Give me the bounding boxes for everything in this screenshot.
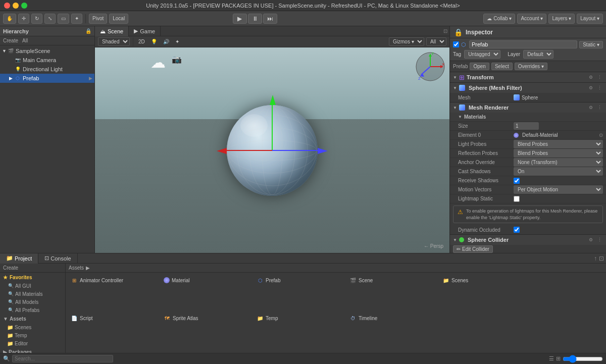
dynamic-occluded-checkbox[interactable] [514, 227, 520, 233]
favorites-header[interactable]: ★ Favorites [0, 273, 65, 282]
bottom-search-input[interactable] [12, 355, 113, 362]
anchor-override-select[interactable]: None (Transform) [514, 158, 603, 167]
cast-shadows-select[interactable]: On [514, 167, 603, 176]
mf-copy[interactable]: ⋮ [596, 84, 603, 91]
mesh-filter-header[interactable]: ▼ Sphere (Mesh Filter) ⚙ ⋮ [450, 83, 606, 93]
bottom-tool1[interactable]: ↑ [594, 255, 597, 262]
layers-btn[interactable]: Layers ▾ [548, 14, 575, 24]
mf-settings[interactable]: ⚙ [587, 84, 594, 91]
shaded-dropdown[interactable]: Shaded [98, 37, 130, 46]
tag-select[interactable]: Untagged [464, 50, 500, 59]
sc-settings[interactable]: ⚙ [587, 236, 594, 243]
layout-btn[interactable]: Layout ▾ [577, 14, 603, 24]
play-button[interactable]: ▶ [233, 14, 247, 24]
step-button[interactable]: ⏭ [263, 14, 277, 24]
list-view-icon[interactable]: ☰ [549, 355, 554, 362]
fav-all-materials[interactable]: 🔍 All Materials [0, 290, 65, 298]
collab-btn[interactable]: ☁ Collab ▾ [483, 14, 515, 24]
obj-name-input[interactable] [469, 40, 577, 48]
edit-collider-btn[interactable]: ✏ Edit Collider [453, 245, 493, 253]
light-probes-label: Light Probes [458, 141, 514, 147]
bottom-tool2[interactable]: ⊡ [599, 255, 604, 262]
tool-copy[interactable]: ⋮ [596, 74, 603, 81]
motion-vectors-select[interactable]: Per Object Motion [514, 185, 603, 194]
asset-scenes-folder[interactable]: 📁 Scenes [440, 276, 531, 285]
assets-bc-label[interactable]: Assets [69, 265, 84, 271]
assets-scenes-item[interactable]: 📁 Scenes [0, 323, 65, 331]
static-btn[interactable]: Static ▾ [579, 41, 603, 48]
overrides-btn[interactable]: Overrides ▾ [515, 63, 547, 70]
viewport-expand[interactable]: ⊡ [441, 28, 449, 34]
layer-select[interactable]: Default [523, 50, 553, 59]
lights-btn[interactable]: 💡 [149, 38, 159, 45]
fav-label: All Materials [15, 291, 42, 297]
size-slider[interactable] [563, 355, 603, 363]
bottom-content: Create ★ Favorites 🔍 All GUI 🔍 All Mater… [0, 264, 606, 353]
fullscreen-button[interactable] [21, 3, 27, 9]
effects-btn[interactable]: ✦ [173, 38, 181, 45]
size-label: Size [458, 123, 514, 129]
toolbar-rotate-btn[interactable]: ↻ [31, 14, 42, 24]
toolbar-transform-btn[interactable]: ✋ [3, 14, 16, 24]
sphere-collider-header[interactable]: ▼ Sphere Collider ⚙ ⋮ [450, 235, 606, 245]
assets-editor-item[interactable]: 📁 Editor [0, 339, 65, 347]
toolbar-move-btn[interactable]: ✛ [18, 14, 29, 24]
scene-tab[interactable]: ⛰ Scene [95, 26, 129, 36]
assets-section-header[interactable]: ▼ Assets [0, 314, 65, 323]
close-button[interactable] [4, 3, 10, 9]
2d-btn[interactable]: 2D [136, 38, 147, 45]
hierarchy-item-prefab[interactable]: ▶ ⬡ Prefab ▶ [0, 74, 94, 83]
hierarchy-item-directionallight[interactable]: 💡 Directional Light [0, 65, 94, 74]
asset-prefab[interactable]: ⬡ Prefab [255, 276, 345, 285]
mesh-renderer-header[interactable]: ▼ Mesh Renderer ⚙ ⋮ [450, 102, 606, 113]
fav-all-gui[interactable]: 🔍 All GUI [0, 282, 65, 290]
pivot-btn[interactable]: Pivot [89, 14, 107, 24]
size-input[interactable] [514, 122, 539, 130]
local-btn[interactable]: Local [109, 14, 128, 24]
hierarchy-item-samplescene[interactable]: ▼ 🎬 SampleScene [0, 46, 94, 56]
gizmos-dropdown[interactable]: Gizmos ▾ [389, 37, 424, 46]
asset-timeline[interactable]: ⏱ Timeline [347, 314, 438, 323]
audio-btn[interactable]: 🔊 [161, 38, 171, 45]
hierarchy-lock-icon: 🔒 [85, 28, 91, 34]
pause-button[interactable]: ⏸ [248, 14, 262, 24]
asset-temp-folder[interactable]: 📁 Temp [255, 314, 345, 323]
account-btn[interactable]: Account ▾ [517, 14, 546, 24]
asset-material[interactable]: Material [162, 276, 252, 285]
toolbar-rect-btn[interactable]: ▭ [58, 14, 69, 24]
toolbar-scale-btn[interactable]: ⤡ [44, 14, 56, 24]
fav-all-prefabs[interactable]: 🔍 All Prefabs [0, 306, 65, 314]
asset-sprite-atlas[interactable]: 🗺 Sprite Atlas [162, 314, 252, 323]
reflection-probes-select[interactable]: Blend Probes [514, 149, 603, 158]
packages-header[interactable]: ▶ Packages [0, 347, 65, 353]
asset-scene[interactable]: 🎬 Scene [347, 276, 438, 285]
hierarchy-item-maincamera[interactable]: 📷 Main Camera [0, 56, 94, 65]
mr-copy[interactable]: ⋮ [596, 104, 603, 111]
mr-settings[interactable]: ⚙ [587, 104, 594, 111]
hierarchy-all-btn[interactable]: All [22, 38, 28, 43]
all-dropdown[interactable]: All [426, 37, 446, 46]
viewport-area[interactable]: ☁ 📷 [95, 47, 449, 253]
light-probes-select[interactable]: Blend Probes [514, 140, 603, 148]
element0-pick[interactable]: ⊙ [599, 132, 603, 138]
lightmap-static-checkbox[interactable] [514, 196, 520, 202]
create-label[interactable]: Create [3, 265, 18, 271]
open-btn[interactable]: Open [470, 63, 489, 70]
console-tab[interactable]: ⊡ Console [38, 253, 77, 264]
assets-temp-item[interactable]: 📁 Temp [0, 331, 65, 339]
fav-all-models[interactable]: 🔍 All Models [0, 298, 65, 306]
toolbar-multi-btn[interactable]: ✦ [71, 14, 82, 24]
project-tab[interactable]: 📁 Project [0, 253, 38, 264]
sc-copy[interactable]: ⋮ [596, 236, 603, 243]
hierarchy-create-btn[interactable]: Create [3, 38, 18, 43]
tool-settings[interactable]: ⚙ [587, 74, 594, 81]
grid-view-icon[interactable]: ⊞ [556, 355, 561, 362]
minimize-button[interactable] [13, 3, 19, 9]
asset-script[interactable]: 📄 Script [69, 314, 160, 323]
asset-animator-controller[interactable]: ⊞ Animator Controller [69, 276, 160, 285]
obj-active-checkbox[interactable] [453, 41, 459, 47]
select-btn[interactable]: Select [491, 63, 513, 70]
game-tab[interactable]: ▶ Game [129, 26, 161, 36]
transform-header[interactable]: ▼ ⊞ Transform ⚙ ⋮ [450, 72, 606, 82]
receive-shadows-checkbox[interactable] [514, 178, 520, 184]
